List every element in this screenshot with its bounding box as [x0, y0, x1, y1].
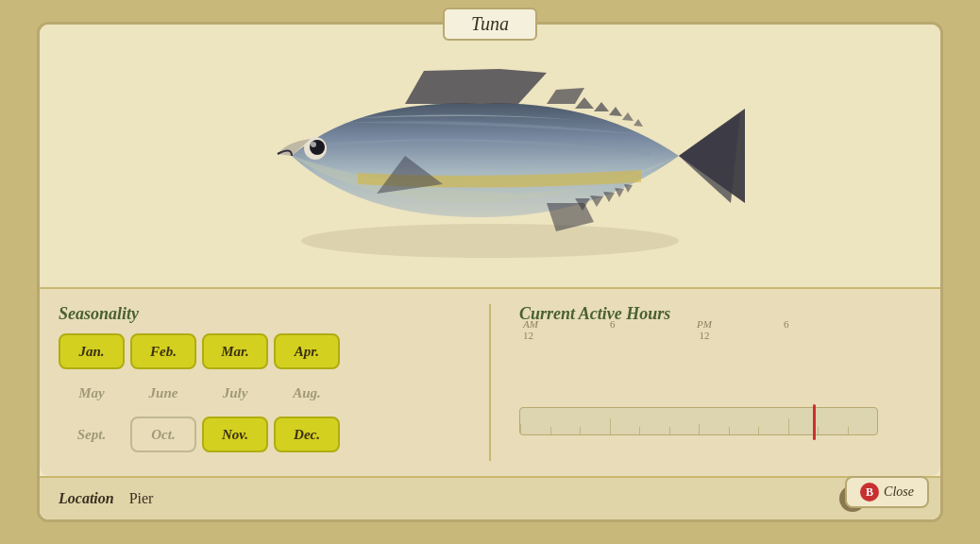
main-panel: Tuna	[37, 22, 943, 522]
month-pill-jan: Jan.	[59, 333, 125, 369]
month-pill-oct: Oct.	[130, 416, 196, 452]
month-pill-feb: Feb.	[130, 333, 196, 369]
time-ruler-container: AM 12 6 PM 12 6	[519, 341, 921, 435]
months-grid: Jan.Feb.Mar.Apr.MayJuneJulyAug.Sept.Oct.…	[59, 333, 461, 452]
info-area: Seasonality Jan.Feb.Mar.Apr.MayJuneJulyA…	[40, 287, 940, 476]
month-pill-aug: Aug.	[274, 375, 340, 411]
svg-point-3	[311, 142, 316, 147]
title-badge: Tuna	[443, 8, 537, 41]
seasonality-title: Seasonality	[59, 304, 461, 324]
fish-title: Tuna	[471, 13, 509, 34]
seasonality-section: Seasonality Jan.Feb.Mar.Apr.MayJuneJulyA…	[59, 304, 461, 461]
vertical-divider	[489, 304, 491, 461]
month-pill-may: May	[59, 375, 125, 411]
hours-section: Current Active Hours AM 12 6 PM 12	[519, 304, 921, 461]
fish-area	[40, 25, 940, 287]
svg-point-0	[301, 224, 679, 258]
active-hours-title: Current Active Hours	[519, 304, 921, 324]
month-pill-june: June	[130, 375, 196, 411]
bottom-bar: Location Pier 🦉 Donated	[40, 476, 940, 519]
location-value: Pier	[129, 490, 154, 507]
ruler-bar	[519, 407, 878, 435]
location-label: Location	[59, 490, 114, 507]
svg-point-2	[310, 140, 325, 155]
month-pill-nov: Nov.	[202, 416, 268, 452]
current-time-marker	[813, 404, 816, 440]
close-button[interactable]: B Close	[845, 476, 929, 508]
b-button-icon: B	[860, 483, 879, 502]
month-pill-mar: Mar.	[202, 333, 268, 369]
month-pill-july: July	[202, 375, 268, 411]
month-pill-sept: Sept.	[59, 416, 125, 452]
fish-illustration	[216, 33, 764, 279]
month-pill-apr: Apr.	[274, 333, 340, 369]
close-label: Close	[884, 484, 914, 500]
month-pill-dec: Dec.	[274, 416, 340, 452]
